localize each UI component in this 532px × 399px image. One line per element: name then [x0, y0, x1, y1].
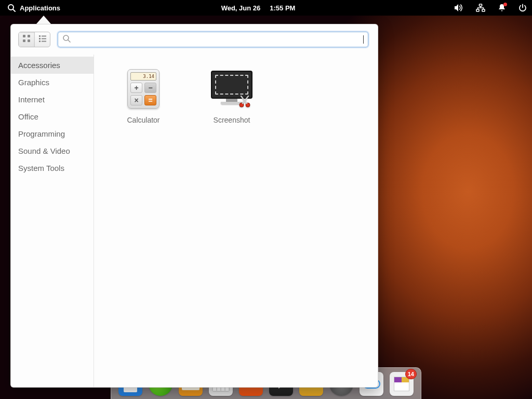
volume-indicator[interactable]: [454, 4, 463, 12]
svg-rect-8: [28, 39, 30, 42]
view-toggle: [18, 32, 50, 47]
svg-rect-2: [480, 4, 482, 6]
svg-rect-6: [28, 35, 30, 37]
app-label: Calculator: [127, 116, 159, 124]
menu-search[interactable]: [58, 32, 368, 47]
applications-label: Applications: [20, 4, 60, 12]
svg-line-1: [13, 9, 15, 11]
applications-menu: Accessories Graphics Internet Office Pro…: [10, 24, 378, 388]
network-icon: [476, 4, 485, 12]
svg-rect-14: [42, 41, 46, 42]
svg-rect-12: [42, 38, 46, 39]
applications-grid: 3.14 +− ×= Calculator: [94, 55, 378, 387]
view-list-button[interactable]: [34, 32, 50, 47]
svg-rect-9: [39, 35, 41, 37]
applications-button[interactable]: Applications: [5, 4, 62, 12]
search-icon: [62, 34, 71, 45]
svg-rect-3: [476, 9, 479, 11]
category-programming[interactable]: Programming: [11, 125, 94, 142]
grid-icon: [22, 34, 31, 45]
update-badge: 14: [405, 369, 417, 379]
calculator-display: 3.14: [130, 72, 156, 81]
menu-header: [11, 24, 378, 55]
svg-rect-10: [42, 36, 46, 37]
search-icon: [7, 4, 16, 12]
menu-pointer-icon: [36, 16, 51, 24]
speaker-icon: [454, 4, 463, 12]
calculator-icon: 3.14 +− ×=: [122, 67, 165, 111]
svg-rect-11: [39, 38, 41, 39]
menu-body: Accessories Graphics Internet Office Pro…: [11, 55, 378, 387]
category-sidebar: Accessories Graphics Internet Office Pro…: [11, 55, 94, 387]
app-screenshot[interactable]: Screenshot: [198, 64, 265, 127]
power-icon: [518, 4, 527, 12]
svg-rect-13: [39, 41, 41, 42]
list-icon: [38, 34, 47, 45]
svg-rect-4: [482, 9, 485, 11]
view-grid-button[interactable]: [19, 32, 34, 47]
category-graphics[interactable]: Graphics: [11, 74, 94, 91]
notifications-indicator[interactable]: [498, 4, 506, 12]
app-calculator[interactable]: 3.14 +− ×= Calculator: [110, 64, 177, 127]
session-indicator[interactable]: [518, 4, 527, 12]
notification-dot-icon: [503, 3, 507, 6]
panel-time: 1:55 PM: [270, 4, 295, 12]
network-indicator[interactable]: [476, 4, 485, 12]
app-label: Screenshot: [214, 116, 250, 124]
text-cursor-icon: [363, 35, 364, 44]
svg-rect-7: [23, 39, 25, 42]
clock[interactable]: Wed, Jun 26 1:55 PM: [62, 4, 454, 12]
svg-rect-5: [23, 35, 25, 37]
search-input[interactable]: [75, 36, 358, 44]
category-internet[interactable]: Internet: [11, 91, 94, 108]
dock-appcenter[interactable]: 14: [390, 372, 414, 396]
category-accessories[interactable]: Accessories: [11, 57, 94, 74]
shopping-bag-icon: [394, 377, 409, 391]
category-system-tools[interactable]: System Tools: [11, 159, 94, 177]
scissors-icon: [238, 95, 251, 109]
category-office[interactable]: Office: [11, 108, 94, 125]
screenshot-icon: [210, 67, 254, 111]
panel-date: Wed, Jun 26: [221, 4, 261, 12]
svg-line-16: [68, 40, 70, 42]
category-sound-video[interactable]: Sound & Video: [11, 142, 94, 159]
top-panel: Applications Wed, Jun 26 1:55 PM: [0, 0, 532, 16]
